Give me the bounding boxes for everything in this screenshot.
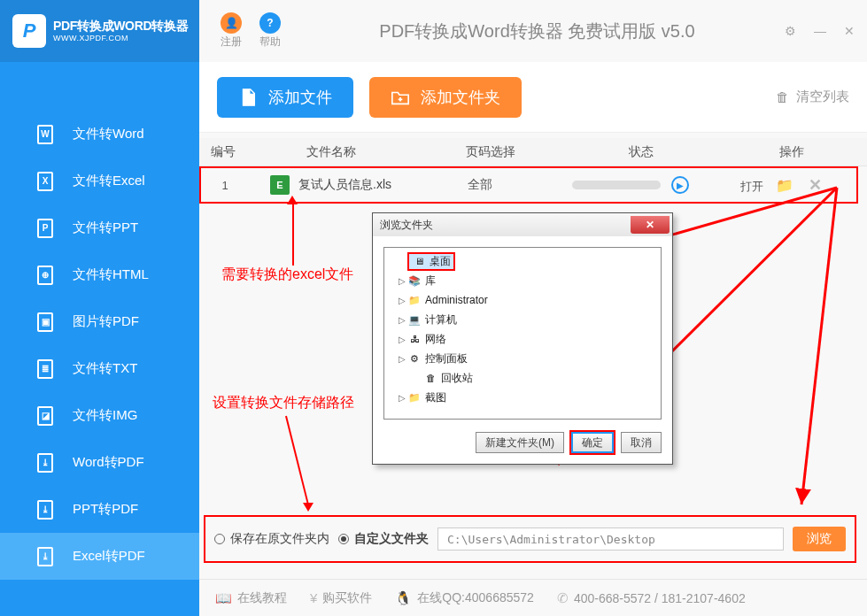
nav-label: 文件转Word [73,126,144,142]
tree-node-network[interactable]: ▷🖧网络 [386,329,659,349]
cell-filename: 复试人员信息.xls [298,177,391,193]
img-icon: ◪ [37,406,53,426]
tree-node-control[interactable]: ▷⚙控制面板 [386,349,659,368]
nav-label: 文件转IMG [73,407,137,424]
tree-label: Administrator [425,294,488,306]
progress-bar [572,181,661,189]
tree-node-recycle[interactable]: 🗑回收站 [386,368,659,388]
brand-title: PDF转换成WORD转换器 [53,19,188,34]
register-button[interactable]: 👤 注册 [212,12,251,50]
output-path-input[interactable]: C:\Users\Administrator\Desktop [437,527,784,551]
tree-node-admin[interactable]: ▷📁Administrator [386,290,659,310]
cell-page[interactable]: 全部 [468,177,492,191]
tutorial-label: 在线教程 [237,590,287,606]
tree-label: 控制面板 [425,351,468,366]
sidebar-item-file-to-ppt[interactable]: P文件转PPT [0,204,199,251]
nav-label: Excel转PDF [73,548,145,565]
help-button[interactable]: ? 帮助 [251,12,290,50]
dialog-close-button[interactable]: ✕ [631,216,670,234]
brand-logo-icon: P [12,14,46,48]
sidebar: P PDF转换成WORD转换器 WWW.XJPDF.COM W文件转Word X… [0,0,199,616]
excel-icon: X [37,172,53,191]
sidebar-item-file-to-word[interactable]: W文件转Word [0,111,199,158]
radio-icon [338,534,349,544]
brand-block: P PDF转换成WORD转换器 WWW.XJPDF.COM [0,0,199,62]
footer: 📖在线教程 ¥购买软件 🐧在线QQ:4006685572 ✆400-668-55… [199,579,867,616]
qq-label: 在线QQ:4006685572 [417,590,534,606]
remove-row-icon[interactable]: ✕ [809,176,822,194]
nav-label: 文件转Excel [73,173,145,189]
tree-node-desktop[interactable]: 🖥桌面 [386,251,659,271]
open-folder-icon[interactable]: 📁 [776,178,793,193]
top-bar: 👤 注册 ? 帮助 PDF转换成Word转换器 免费试用版 v5.0 ⚙ — ✕ [199,0,867,62]
buy-label: 购买软件 [322,590,372,606]
th-status: 状态 [566,144,716,160]
cancel-button[interactable]: 取消 [621,432,662,453]
sidebar-item-file-to-txt[interactable]: ≣文件转TXT [0,345,199,392]
sidebar-item-file-to-img[interactable]: ◪文件转IMG [0,392,199,439]
buy-link[interactable]: ¥购买软件 [310,590,372,606]
svg-line-2 [801,188,837,504]
nav-label: 文件转HTML [73,266,149,283]
user-icon: 👤 [221,12,242,34]
folder-plus-icon [391,88,410,107]
excel-file-icon: E [270,175,290,195]
page-title: PDF转换成Word转换器 免费试用版 v5.0 [290,19,785,43]
phone-icon: ✆ [557,590,569,606]
open-link[interactable]: 打开 [740,180,763,193]
cell-id: 1 [201,179,249,192]
output-path-panel: 保存在原文件夹内 自定义文件夹 C:\Users\Administrator\D… [204,515,856,563]
radio-save-custom[interactable]: 自定义文件夹 [338,531,429,547]
tree-node-library[interactable]: ▷📚库 [386,271,659,290]
table-header: 编号 文件名称 页码选择 状态 操作 [199,138,867,166]
clear-list-label: 清空列表 [796,89,849,105]
word-icon: W [37,125,53,144]
minimize-icon[interactable]: — [814,24,826,38]
yen-icon: ¥ [310,590,317,605]
add-folder-label: 添加文件夹 [421,87,500,108]
radio-label: 保存在原文件夹内 [230,531,329,547]
tree-node-computer[interactable]: ▷💻计算机 [386,310,659,329]
tree-label: 回收站 [441,371,473,386]
qq-icon: 🐧 [395,590,412,606]
clear-list-button[interactable]: 🗑 清空列表 [776,89,849,105]
sidebar-item-file-to-html[interactable]: ⊕文件转HTML [0,251,199,298]
phone-contact[interactable]: ✆400-668-5572 / 181-2107-4602 [557,590,746,606]
pdf-icon: ⤓ [37,453,53,473]
html-icon: ⊕ [37,266,53,285]
folder-tree[interactable]: 🖥桌面 ▷📚库 ▷📁Administrator ▷💻计算机 ▷🖧网络 ▷⚙控制面… [383,247,662,420]
add-file-label: 添加文件 [268,87,332,108]
nav-list: W文件转Word X文件转Excel P文件转PPT ⊕文件转HTML ▣图片转… [0,62,199,580]
ppt-icon: P [37,219,53,238]
sidebar-item-image-to-pdf[interactable]: ▣图片转PDF [0,298,199,345]
sidebar-item-ppt-to-pdf[interactable]: ⤓PPT转PDF [0,486,199,533]
th-page: 页码选择 [415,144,566,160]
settings-icon[interactable]: ⚙ [785,24,796,38]
qq-contact[interactable]: 🐧在线QQ:4006685572 [395,590,534,606]
ok-button[interactable]: 确定 [571,432,614,453]
register-label: 注册 [221,35,242,50]
sidebar-item-excel-to-pdf[interactable]: ⤓Excel转PDF [0,533,199,580]
browse-folder-dialog: 浏览文件夹 ✕ 🖥桌面 ▷📚库 ▷📁Administrator ▷💻计算机 ▷🖧… [372,212,673,465]
close-icon[interactable]: ✕ [844,24,855,38]
tree-label: 库 [425,273,436,289]
phone-label: 400-668-5572 / 181-2107-4602 [574,591,746,605]
browse-button[interactable]: 浏览 [793,527,846,551]
add-folder-button[interactable]: 添加文件夹 [369,77,522,118]
play-button[interactable]: ▶ [671,176,689,194]
toolbar: 添加文件 添加文件夹 🗑 清空列表 [199,62,867,133]
table-row: 1 E 复试人员信息.xls 全部 ▶ 打开 📁 ✕ [199,166,858,204]
tree-node-screenshot[interactable]: ▷📁截图 [386,388,659,407]
cell-status: ▶ [555,176,706,194]
document-plus-icon [238,88,258,107]
sidebar-item-file-to-excel[interactable]: X文件转Excel [0,158,199,204]
tree-label-desktop: 桌面 [430,255,451,267]
trash-icon: 🗑 [776,89,789,104]
brand-url: WWW.XJPDF.COM [53,34,188,43]
radio-save-same[interactable]: 保存在原文件夹内 [214,531,329,547]
new-folder-button[interactable]: 新建文件夹(M) [476,432,564,453]
tree-label: 网络 [425,332,446,347]
sidebar-item-word-to-pdf[interactable]: ⤓Word转PDF [0,439,199,486]
tutorial-link[interactable]: 📖在线教程 [215,590,287,606]
add-file-button[interactable]: 添加文件 [217,77,353,118]
